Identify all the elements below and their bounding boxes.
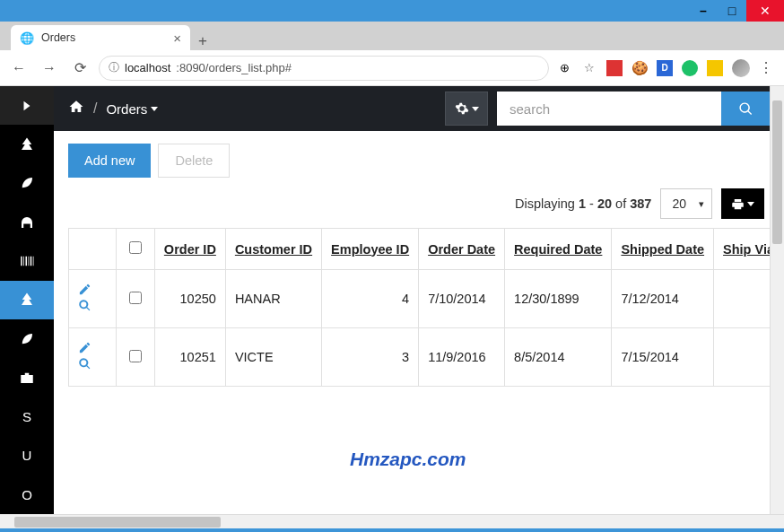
breadcrumb-separator: / xyxy=(93,100,97,117)
cell-order-id: 10251 xyxy=(154,328,225,387)
info-icon: ⓘ xyxy=(109,60,119,75)
pager: Displaying 1 - 20 of 387 20 xyxy=(54,185,784,228)
cell-employee-id: 4 xyxy=(322,270,419,328)
browser-tab[interactable]: 🌐 Orders × xyxy=(11,25,190,50)
select-all-checkbox[interactable] xyxy=(129,241,142,254)
nav-forward-button[interactable]: → xyxy=(38,57,61,80)
vertical-scrollbar[interactable] xyxy=(770,86,784,514)
sidebar-item-leaf1[interactable] xyxy=(0,164,54,203)
col-checkbox xyxy=(117,229,155,270)
chevron-down-icon xyxy=(151,107,158,111)
search-box xyxy=(497,92,770,126)
view-icon[interactable] xyxy=(78,357,91,371)
sidebar-item-briefcase[interactable] xyxy=(0,359,54,397)
table-header-row: Order ID Customer ID Employee ID Order D… xyxy=(69,229,784,270)
col-order-id[interactable]: Order ID xyxy=(154,229,225,270)
col-shipped-date[interactable]: Shipped Date xyxy=(612,229,714,270)
bookmark-star-icon[interactable]: ☆ xyxy=(581,60,597,76)
gear-icon xyxy=(455,101,469,116)
content-area: / Orders Add new Delete Displ xyxy=(54,86,784,514)
url-path: :8090/orders_list.php# xyxy=(176,61,292,74)
window-minimize-button[interactable] xyxy=(689,0,718,22)
cell-shipped-date: 7/15/2014 xyxy=(612,328,714,387)
pager-text: Displaying 1 - 20 of 387 xyxy=(515,196,651,211)
breadcrumb-current[interactable]: Orders xyxy=(106,101,158,117)
print-button[interactable] xyxy=(721,188,764,219)
breadcrumb-label: Orders xyxy=(106,101,147,117)
watermark-text: Hmzapc.com xyxy=(350,449,466,470)
topbar: / Orders xyxy=(54,86,784,131)
row-checkbox[interactable] xyxy=(129,350,142,362)
search-button[interactable] xyxy=(721,92,770,126)
tab-close-icon[interactable]: × xyxy=(173,31,181,46)
tab-title: Orders xyxy=(41,31,75,44)
action-toolbar: Add new Delete xyxy=(54,131,784,185)
search-page-icon[interactable]: ⊕ xyxy=(556,60,572,76)
col-customer-id[interactable]: Customer ID xyxy=(225,229,321,270)
cell-required-date: 8/5/2014 xyxy=(505,328,612,387)
sidebar-item-s[interactable]: S xyxy=(0,397,54,436)
extension-blue-icon[interactable]: D xyxy=(657,60,673,76)
settings-button[interactable] xyxy=(445,92,488,126)
row-checkbox-cell xyxy=(117,328,155,387)
page-size-select[interactable]: 20 xyxy=(660,188,712,219)
home-icon[interactable] xyxy=(68,99,84,118)
sidebar-item-headphones[interactable] xyxy=(0,203,54,241)
new-tab-button[interactable]: + xyxy=(190,32,215,50)
row-checkbox[interactable] xyxy=(129,292,142,304)
chevron-down-icon xyxy=(472,107,479,111)
search-input[interactable] xyxy=(497,92,721,126)
cell-shipped-date: 7/12/2014 xyxy=(612,270,714,328)
sidebar-item-tree-active[interactable] xyxy=(0,281,54,319)
sidebar-item-tree1[interactable] xyxy=(0,125,54,163)
sidebar-toggle[interactable] xyxy=(0,86,54,125)
print-icon xyxy=(731,197,745,211)
extension-red-icon[interactable] xyxy=(606,60,623,76)
extension-green-icon[interactable] xyxy=(682,60,698,76)
url-host: localhost xyxy=(125,61,170,74)
edit-icon[interactable] xyxy=(78,283,91,296)
browser-menu-icon[interactable]: ⋮ xyxy=(759,59,773,76)
chevron-down-icon xyxy=(747,202,754,206)
address-field[interactable]: ⓘ localhost:8090/orders_list.php# xyxy=(99,56,549,81)
browser-tabstrip: 🌐 Orders × + xyxy=(0,22,784,50)
view-icon[interactable] xyxy=(78,299,91,312)
col-required-date[interactable]: Required Date xyxy=(505,229,612,270)
extension-yellow-icon[interactable] xyxy=(707,60,723,76)
table-row: 10251 VICTE 3 11/9/2016 8/5/2014 7/15/20… xyxy=(69,328,784,387)
delete-button[interactable]: Delete xyxy=(158,144,230,178)
row-actions xyxy=(69,328,117,387)
window-titlebar xyxy=(0,0,784,22)
cell-order-date: 11/9/2016 xyxy=(419,328,505,387)
sidebar-item-leaf2[interactable] xyxy=(0,319,54,358)
data-table-wrap: Order ID Customer ID Employee ID Order D… xyxy=(54,228,784,387)
cell-order-date: 7/10/2014 xyxy=(419,270,505,328)
nav-reload-button[interactable]: ⟳ xyxy=(68,57,91,80)
col-order-date[interactable]: Order Date xyxy=(419,229,505,270)
browser-addressbar: ← → ⟳ ⓘ localhost:8090/orders_list.php# … xyxy=(0,50,784,86)
col-actions xyxy=(69,229,117,270)
row-checkbox-cell xyxy=(117,270,155,328)
table-row: 10250 HANAR 4 7/10/2014 12/30/1899 7/12/… xyxy=(69,270,784,328)
cell-customer-id: HANAR xyxy=(225,270,321,328)
nav-back-button[interactable]: ← xyxy=(7,57,30,80)
cell-customer-id: VICTE xyxy=(225,328,321,387)
sidebar-item-barcode[interactable] xyxy=(0,241,54,280)
sidebar-item-o[interactable]: O xyxy=(0,475,54,514)
extension-cookie-icon[interactable]: 🍪 xyxy=(632,60,648,76)
window-close-button[interactable] xyxy=(746,0,784,22)
col-employee-id[interactable]: Employee ID xyxy=(322,229,419,270)
cell-required-date: 12/30/1899 xyxy=(505,270,612,328)
search-icon xyxy=(738,101,754,117)
add-new-button[interactable]: Add new xyxy=(68,144,151,178)
window-maximize-button[interactable] xyxy=(718,0,746,22)
orders-table: Order ID Customer ID Employee ID Order D… xyxy=(68,228,784,387)
cell-employee-id: 3 xyxy=(322,328,419,387)
profile-avatar[interactable] xyxy=(732,59,750,77)
cell-order-id: 10250 xyxy=(154,270,225,328)
row-actions xyxy=(69,270,117,328)
sidebar-item-u[interactable]: U xyxy=(0,436,54,475)
edit-icon[interactable] xyxy=(78,341,91,354)
globe-icon: 🌐 xyxy=(20,31,34,45)
horizontal-scrollbar[interactable] xyxy=(0,514,784,528)
